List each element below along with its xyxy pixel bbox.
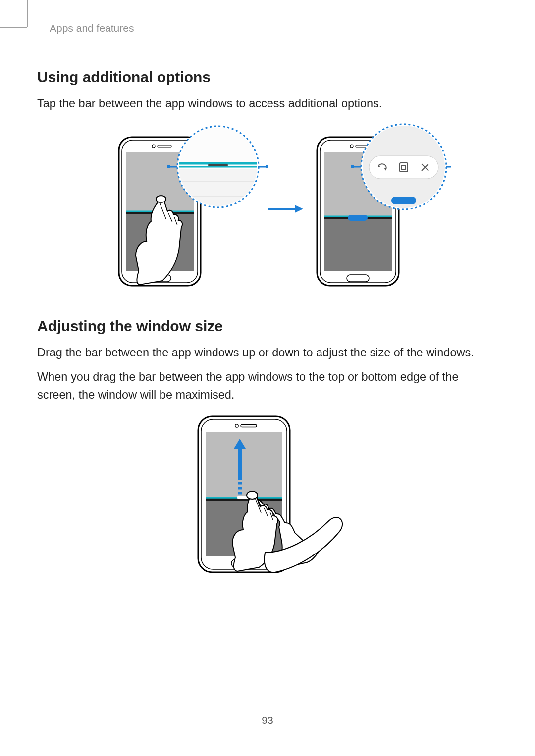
svg-rect-62 — [238, 451, 242, 480]
svg-rect-39 — [369, 156, 438, 179]
svg-rect-22 — [266, 165, 268, 168]
page-number: 93 — [0, 714, 535, 726]
figure-adjust-size — [37, 414, 498, 577]
body-adjusting-2: When you drag the bar between the app wi… — [37, 368, 498, 404]
figure-additional-options — [37, 122, 498, 291]
arrow-right-icon — [268, 205, 303, 213]
svg-rect-46 — [391, 197, 416, 204]
crop-mark-vertical — [27, 0, 28, 27]
svg-rect-20 — [167, 165, 170, 168]
breadcrumb: Apps and features — [50, 22, 498, 34]
heading-adjusting-window-size: Adjusting the window size — [37, 318, 498, 335]
svg-marker-25 — [295, 205, 303, 213]
body-using-additional-options: Tap the bar between the app windows to a… — [37, 95, 498, 112]
heading-using-additional-options: Using additional options — [37, 69, 498, 86]
svg-rect-34 — [348, 215, 368, 221]
svg-point-23 — [156, 196, 166, 202]
illustration-drag-bar — [178, 414, 357, 577]
svg-rect-31 — [324, 219, 392, 271]
svg-rect-18 — [208, 164, 228, 166]
illustration-tap-bar — [84, 122, 451, 291]
body-adjusting-1: Drag the bar between the app windows up … — [37, 344, 498, 361]
manual-page: Apps and features Using additional optio… — [0, 0, 535, 756]
crop-mark-horizontal — [0, 27, 27, 28]
svg-rect-48 — [351, 165, 354, 168]
svg-point-66 — [247, 491, 258, 499]
